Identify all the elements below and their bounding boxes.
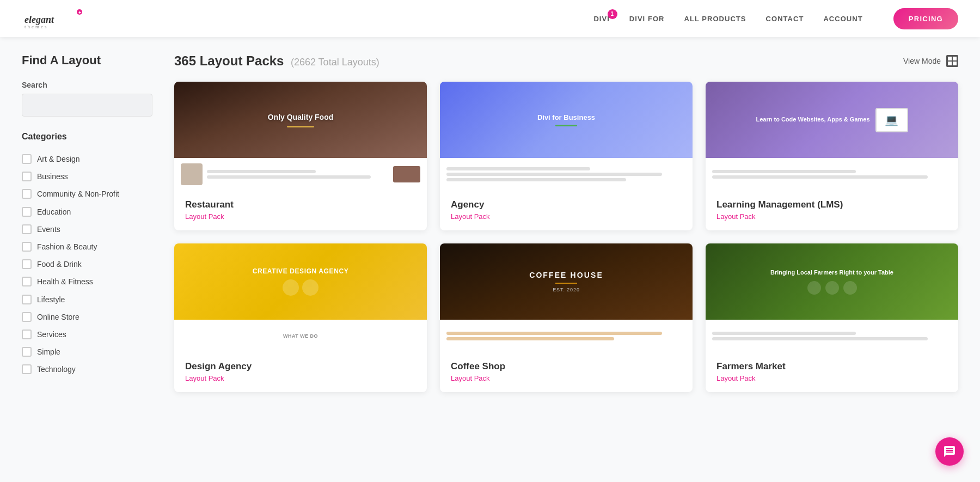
search-label: Search (22, 81, 152, 89)
checkbox-art-design[interactable] (22, 154, 32, 164)
category-online-store[interactable]: Online Store (22, 308, 152, 326)
card-name-1: Agency (451, 199, 682, 210)
card-type-1: Layout Pack (451, 212, 682, 221)
category-label-food: Food & Drink (37, 259, 82, 269)
nav-divi-for[interactable]: DIVI FOR (629, 15, 665, 23)
category-business[interactable]: Business (22, 168, 152, 185)
category-label-lifestyle: Lifestyle (37, 295, 65, 304)
nav-account[interactable]: ACCOUNT (823, 15, 862, 23)
checkbox-business[interactable] (22, 172, 32, 181)
checkbox-food[interactable] (22, 259, 32, 269)
card-preview-3: Creative Design Agency WHAT WE DO (174, 243, 427, 352)
card-preview-4: COFFEE HOUSE EST. 2020 (440, 243, 693, 352)
layout-card-0[interactable]: Only Quality Food Restaurant Layout Pack (174, 82, 427, 230)
category-technology[interactable]: Technology (22, 361, 152, 378)
layout-card-4[interactable]: COFFEE HOUSE EST. 2020 Coffee Shop Layou… (440, 243, 693, 392)
category-services[interactable]: Services (22, 326, 152, 343)
card-type-2: Layout Pack (716, 212, 947, 221)
card-type-5: Layout Pack (716, 374, 947, 382)
card-preview-2: Learn to Code Websites, Apps & Games 💻 (706, 82, 958, 191)
category-simple[interactable]: Simple (22, 343, 152, 361)
checkbox-health[interactable] (22, 277, 32, 286)
card-name-4: Coffee Shop (451, 361, 682, 372)
checkbox-lifestyle[interactable] (22, 295, 32, 304)
category-education[interactable]: Education (22, 203, 152, 221)
card-preview-5: Bringing Local Farmers Right to your Tab… (706, 243, 958, 352)
category-fashion[interactable]: Fashion & Beauty (22, 238, 152, 255)
nav-all-products[interactable]: ALL PRODUCTS (684, 15, 746, 23)
search-input[interactable] (22, 94, 152, 117)
category-label-services: Services (37, 330, 66, 339)
layout-card-5[interactable]: Bringing Local Farmers Right to your Tab… (706, 243, 958, 392)
checkbox-simple[interactable] (22, 347, 32, 357)
layout-count: 365 Layout Packs (2662 Total Layouts) (174, 53, 379, 69)
category-health[interactable]: Health & Fitness (22, 273, 152, 290)
category-label-fashion: Fashion & Beauty (37, 242, 97, 252)
checkbox-events[interactable] (22, 224, 32, 234)
grid-view-icon (946, 55, 958, 67)
view-mode[interactable]: View Mode (903, 55, 958, 67)
card-preview-0: Only Quality Food (174, 82, 427, 191)
checkbox-technology[interactable] (22, 364, 32, 374)
card-preview-1: Divi for Business (440, 82, 693, 191)
nav-contact[interactable]: CONTACT (766, 15, 804, 23)
category-lifestyle[interactable]: Lifestyle (22, 291, 152, 308)
sidebar-title: Find A Layout (22, 53, 152, 68)
layout-grid: Only Quality Food Restaurant Layout Pack (174, 82, 958, 392)
view-mode-label: View Mode (903, 57, 941, 65)
category-label-technology: Technology (37, 364, 76, 374)
category-art-design[interactable]: Art & Design (22, 150, 152, 168)
svg-text:themes: themes (24, 24, 48, 29)
layout-card-3[interactable]: Creative Design Agency WHAT WE DO Design… (174, 243, 427, 392)
category-community[interactable]: Community & Non-Profit (22, 185, 152, 203)
total-layouts-count: (2662 Total Layouts) (291, 57, 379, 68)
logo-svg: elegant themes ✦ (22, 8, 87, 29)
card-info-5: Farmers Market Layout Pack (706, 352, 958, 392)
card-name-3: Design Agency (185, 361, 416, 372)
main-header: elegant themes ✦ DIVI 1 DIVI FOR ALL PRO… (0, 0, 980, 37)
card-info-0: Restaurant Layout Pack (174, 191, 427, 230)
layout-packs-count: 365 Layout Packs (174, 53, 284, 68)
card-info-2: Learning Management (LMS) Layout Pack (706, 191, 958, 230)
svg-text:elegant: elegant (24, 14, 54, 25)
divi-badge: 1 (608, 9, 617, 19)
checkbox-fashion[interactable] (22, 242, 32, 252)
categories-title: Categories (22, 132, 152, 142)
nav-divi[interactable]: DIVI 1 (593, 15, 609, 23)
layout-card-2[interactable]: Learn to Code Websites, Apps & Games 💻 L… (706, 82, 958, 230)
category-label-education: Education (37, 207, 71, 217)
category-label-community: Community & Non-Profit (37, 189, 119, 199)
category-label-simple: Simple (37, 347, 60, 357)
sidebar: Find A Layout Search Categories Art & De… (22, 53, 152, 392)
checkbox-community[interactable] (22, 189, 32, 199)
pricing-button[interactable]: PRICING (893, 8, 958, 29)
categories-list: Art & Design Business Community & Non-Pr… (22, 150, 152, 378)
card-type-3: Layout Pack (185, 374, 416, 382)
checkbox-services[interactable] (22, 330, 32, 339)
category-label-online-store: Online Store (37, 312, 79, 322)
category-label-business: Business (37, 172, 68, 181)
card-info-3: Design Agency Layout Pack (174, 352, 427, 392)
logo[interactable]: elegant themes ✦ (22, 8, 87, 29)
category-label-art-design: Art & Design (37, 154, 80, 164)
category-events[interactable]: Events (22, 221, 152, 238)
layout-card-1[interactable]: Divi for Business Agency Layout Pack (440, 82, 693, 230)
category-label-events: Events (37, 224, 60, 234)
card-info-1: Agency Layout Pack (440, 191, 693, 230)
checkbox-online-store[interactable] (22, 312, 32, 322)
main-content: 365 Layout Packs (2662 Total Layouts) Vi… (174, 53, 958, 392)
svg-text:✦: ✦ (78, 10, 82, 15)
card-type-0: Layout Pack (185, 212, 416, 221)
category-food[interactable]: Food & Drink (22, 255, 152, 273)
card-type-4: Layout Pack (451, 374, 682, 382)
card-name-5: Farmers Market (716, 361, 947, 372)
category-label-health: Health & Fitness (37, 277, 93, 286)
card-name-2: Learning Management (LMS) (716, 199, 947, 210)
main-nav: DIVI 1 DIVI FOR ALL PRODUCTS CONTACT ACC… (593, 8, 958, 29)
content-header: 365 Layout Packs (2662 Total Layouts) Vi… (174, 53, 958, 69)
card-name-0: Restaurant (185, 199, 416, 210)
card-info-4: Coffee Shop Layout Pack (440, 352, 693, 392)
checkbox-education[interactable] (22, 207, 32, 217)
main-layout: Find A Layout Search Categories Art & De… (0, 37, 980, 408)
